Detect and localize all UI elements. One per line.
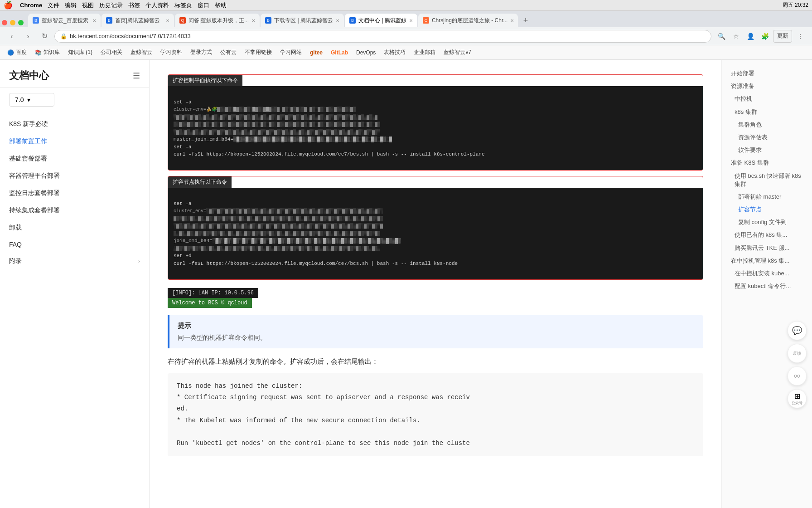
bookmark-baidu[interactable]: 🔵 百度 [4, 47, 30, 58]
toc-item-software-req[interactable]: 软件要求 [727, 144, 807, 156]
toc-item-resource-eval[interactable]: 资源评估表 [727, 131, 807, 144]
menubar-history[interactable]: 历史记录 [99, 1, 123, 10]
bookmark-email-label: 企业邮箱 [414, 49, 435, 56]
sidebar-item-monitor-deploy[interactable]: 监控日志套餐部署 [0, 185, 149, 202]
bookmark-company[interactable]: 公司相关 [97, 47, 126, 58]
toc-item-use-existing-k8s[interactable]: 使用已有的 k8s 集... [727, 229, 807, 241]
menubar-bookmarks[interactable]: 书签 [128, 1, 140, 10]
version-value: 7.0 [15, 96, 24, 103]
toc-item-buy-tke[interactable]: 购买腾讯云 TKE 服... [727, 242, 807, 254]
sidebar-item-basic-deploy-label: 基础套餐部署 [9, 155, 47, 163]
sidebar-item-basic-deploy[interactable]: 基础套餐部署 [0, 150, 149, 167]
qq-button[interactable]: QQ [788, 366, 807, 386]
sidebar-item-deploy-prereq[interactable]: 部署前置工作 [0, 133, 149, 150]
tab-close-5[interactable]: ✕ [409, 18, 413, 23]
bookmark-links[interactable]: 不常用链接 [241, 47, 276, 58]
bookmark-gitlab[interactable]: GitLab [327, 48, 352, 57]
forward-button[interactable]: › [22, 30, 34, 43]
feedback-button[interactable]: 反馈 [788, 344, 807, 363]
toc-item-k8s-cluster[interactable]: k8s 集群 [727, 106, 807, 118]
bookmark-blueking[interactable]: 蓝鲸智云 [127, 47, 156, 58]
chat-icon-button[interactable]: 💬 [788, 321, 807, 340]
tab-label-5: 文档中心 | 腾讯蓝鲸 [358, 17, 406, 24]
bookmark-login[interactable]: 登录方式 [187, 47, 216, 58]
sidebar-menu-icon[interactable]: ☰ [133, 71, 140, 81]
sidebar-item-container-deploy[interactable]: 容器管理平台部署 [0, 167, 149, 185]
bookmark-gitee[interactable]: gitee [306, 48, 326, 57]
menubar-chrome[interactable]: Chrome [20, 2, 42, 9]
menubar-view[interactable]: 视图 [82, 1, 94, 10]
star-button[interactable]: ☆ [730, 30, 742, 43]
maximize-window-btn[interactable] [18, 20, 24, 25]
tab-favicon-4: B [265, 17, 271, 24]
toc-item-start-deploy[interactable]: 开始部署 [727, 67, 807, 80]
sidebar-item-appendix[interactable]: 附录 › [0, 253, 149, 270]
toc-item-copy-config[interactable]: 复制 config 文件到 [727, 216, 807, 229]
sidebar-header: 文档中心 ☰ [0, 60, 149, 88]
toc-item-expand-node[interactable]: 扩容节点 [727, 203, 807, 216]
menubar-window[interactable]: 窗口 [198, 1, 209, 10]
apple-menu[interactable]: 🍎 [4, 1, 13, 10]
bookmark-knowledge2[interactable]: 知识库 (1) [64, 47, 96, 58]
close-window-btn[interactable] [2, 20, 7, 25]
menubar-tabs[interactable]: 标签页 [174, 1, 192, 10]
bookmark-blueking-v7[interactable]: 蓝鲸智云v7 [440, 47, 475, 58]
toc-item-deploy-master[interactable]: 部署初始 master [727, 190, 807, 203]
code-line-set-a: set -a [174, 99, 192, 105]
bookmark-public-cloud[interactable]: 公有云 [217, 47, 240, 58]
sidebar-item-ci-deploy-label: 持续集成套餐部署 [9, 206, 60, 215]
tab-blueking-home[interactable]: B 首页|腾讯蓝鲸智云 ✕ [102, 14, 174, 27]
toc-item-resource-prep[interactable]: 资源准备 [727, 80, 807, 93]
update-button[interactable]: 更新 [773, 30, 792, 43]
tab-close-6[interactable]: ✕ [510, 18, 514, 23]
bookmark-table[interactable]: 表格技巧 [380, 47, 409, 58]
bookmark-table-label: 表格技巧 [384, 49, 406, 56]
sidebar-item-k8s-basics[interactable]: K8S 新手必读 [0, 116, 149, 133]
tab-faq[interactable]: Q 问答|蓝鲸版本升级，正... ✕ [175, 14, 260, 27]
version-dropdown[interactable]: 7.0 ▾ [9, 93, 54, 107]
url-bar[interactable]: 🔒 bk.tencent.com/docs/document/7.0/172/1… [54, 30, 711, 43]
tab-baidu-search[interactable]: B 蓝鲸智云_百度搜索 ✕ [28, 14, 101, 27]
toc-item-use-bcs-sh[interactable]: 使用 bcs.sh 快速部署 k8s 集群 [727, 170, 807, 190]
bookmark-learn[interactable]: 学习网站 [276, 47, 305, 58]
toc-item-cluster-role[interactable]: 集群角色 [727, 118, 807, 131]
extensions-button[interactable]: 🧩 [759, 30, 771, 43]
toc-item-control-machine[interactable]: 中控机 [727, 93, 807, 105]
code-block2-body[interactable]: set -a cluster_env=░▓▒░▓▒░▓▒▓░▒▓░▓▒░▓▒░▓… [168, 188, 703, 279]
tab-blog[interactable]: C Chrsjing的底层运维之旅 - Chr... ✕ [418, 14, 518, 27]
tab-favicon-6: C [423, 17, 429, 24]
menubar-profile[interactable]: 个人资料 [145, 1, 169, 10]
new-tab-button[interactable]: + [519, 14, 532, 27]
wechat-public-button[interactable]: ⊞ 公众号 [788, 389, 807, 408]
search-button[interactable]: 🔍 [715, 30, 728, 43]
qq-label: QQ [794, 374, 800, 378]
menubar-help[interactable]: 帮助 [215, 1, 227, 10]
sidebar-item-deploy-prereq-label: 部署前置工作 [9, 137, 47, 146]
tab-close-1[interactable]: ✕ [92, 18, 96, 23]
menu-button[interactable]: ⋮ [794, 30, 807, 43]
bookmark-study[interactable]: 学习资料 [157, 47, 186, 58]
toc-item-prepare-k8s[interactable]: 准备 K8S 集群 [727, 156, 807, 169]
tab-close-2[interactable]: ✕ [166, 18, 169, 23]
profile-button[interactable]: 👤 [744, 30, 757, 43]
bookmark-devops[interactable]: DevOps [353, 48, 379, 57]
back-button[interactable]: ‹ [5, 30, 18, 43]
toc-item-config-kubectl[interactable]: 配置 kubectl 命令行... [727, 280, 807, 293]
sidebar-item-faq[interactable]: FAQ [0, 236, 149, 253]
reload-button[interactable]: ↻ [38, 30, 51, 43]
sidebar-item-uninstall[interactable]: 卸载 [0, 219, 149, 236]
tab-download[interactable]: B 下载专区 | 腾讯蓝鲸智云 ✕ [261, 14, 344, 27]
menubar-file[interactable]: 文件 [48, 1, 59, 10]
tab-close-4[interactable]: ✕ [336, 18, 339, 23]
code-block1-body[interactable]: set -a cluster-env=🍌🧩▓▒░▓▒░█▓▒░▓▒░█▓▒░▓█… [168, 86, 703, 170]
menubar-edit[interactable]: 编辑 [65, 1, 77, 10]
sidebar-item-ci-deploy[interactable]: 持续集成套餐部署 [0, 202, 149, 219]
minimize-window-btn[interactable] [10, 20, 15, 25]
toc-item-manage-k8s[interactable]: 在中控机管理 k8s 集... [727, 254, 807, 267]
bookmark-knowledge[interactable]: 📚 知识库 [31, 47, 63, 58]
tab-docs-active[interactable]: B 文档中心 | 腾讯蓝鲸 ✕ [345, 14, 417, 27]
bookmark-email[interactable]: 企业邮箱 [410, 47, 439, 58]
mono-line-3: ed. [177, 403, 694, 415]
toc-item-install-kube[interactable]: 在中控机安装 kube... [727, 267, 807, 280]
tab-close-3[interactable]: ✕ [251, 18, 255, 23]
